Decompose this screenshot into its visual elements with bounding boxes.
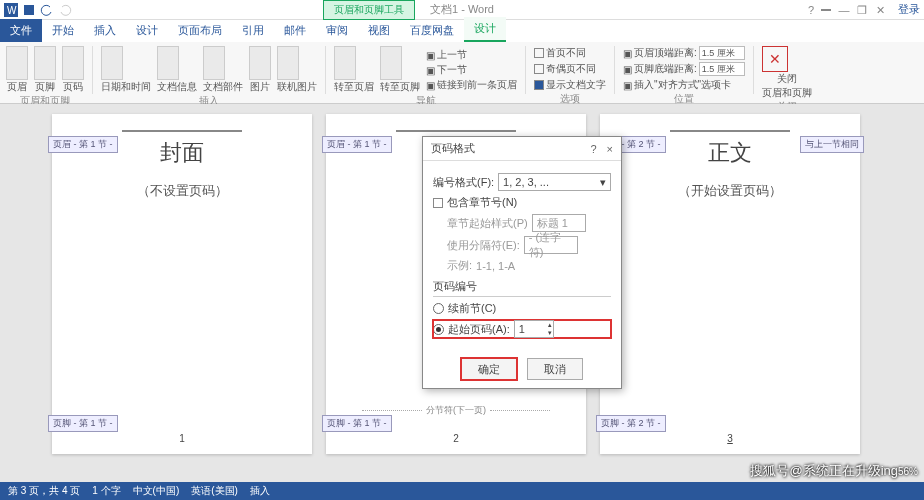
title-bar: W 文档1 - Word ? — ❐ ✕ 登录	[0, 0, 924, 20]
group-close: ✕关闭 页眉和页脚 关闭	[762, 46, 812, 99]
tab-mailings[interactable]: 邮件	[274, 19, 316, 42]
group-position: ▣页眉顶端距离:1.5 厘米 ▣页脚底端距离:1.5 厘米 ▣插入"对齐方式"选…	[623, 46, 745, 99]
group-options: 首页不同 奇偶页不同 显示文档文字 选项	[534, 46, 606, 99]
dialog-help-icon[interactable]: ?	[590, 143, 596, 155]
goto-footer-button[interactable]	[380, 46, 402, 80]
link-previous-link[interactable]: ▣链接到前一条页眉	[426, 78, 517, 92]
group-header-footer: 页眉 页脚 页码 页眉和页脚	[6, 46, 84, 99]
continue-previous-radio[interactable]	[433, 303, 444, 314]
header-tag: 页眉 - 第 1 节 -	[322, 136, 392, 153]
svg-rect-3	[821, 9, 831, 11]
group-insert: 日期和时间 文档信息 文档部件 图片 联机图片 插入	[101, 46, 317, 99]
tab-home[interactable]: 开始	[42, 19, 84, 42]
doc-info-button[interactable]	[157, 46, 179, 80]
tab-insert[interactable]: 插入	[84, 19, 126, 42]
online-picture-button[interactable]	[277, 46, 299, 80]
help-icon[interactable]: ?	[808, 4, 814, 16]
goto-header-button[interactable]	[334, 46, 356, 80]
watermark: 搜狐号@系统正在升级ing56%	[750, 462, 918, 480]
footer-tag: 页脚 - 第 2 节 -	[596, 415, 666, 432]
page-1: 页眉 - 第 1 节 - 封面 （不设置页码） 页脚 - 第 1 节 - 1	[52, 114, 312, 454]
dialog-close-icon[interactable]: ×	[607, 143, 613, 155]
minimize-icon[interactable]: —	[838, 4, 850, 16]
restore-icon[interactable]: ❐	[856, 4, 868, 16]
word-icon: W	[4, 3, 18, 17]
tab-references[interactable]: 引用	[232, 19, 274, 42]
contextual-tab-group: 页眉和页脚工具	[323, 0, 415, 20]
ribbon-tabs: 文件 开始 插入 设计 页面布局 引用 邮件 审阅 视图 百度网盘 设计	[0, 20, 924, 42]
quick-parts-button[interactable]	[203, 46, 225, 80]
footer-tag: 页脚 - 第 1 节 -	[322, 415, 392, 432]
tab-design[interactable]: 设计	[126, 19, 168, 42]
tab-view[interactable]: 视图	[358, 19, 400, 42]
start-at-row: 起始页码(A): 1 ▴▾	[433, 320, 611, 338]
page-number-button[interactable]	[62, 46, 84, 80]
include-chapter-checkbox[interactable]	[433, 198, 443, 208]
close-header-footer-button[interactable]: ✕	[762, 46, 788, 72]
insert-align-tab-link[interactable]: ▣插入"对齐方式"选项卡	[623, 78, 745, 92]
ok-button[interactable]: 确定	[461, 358, 517, 380]
separator-select: - (连字符)	[524, 236, 578, 254]
prev-section-link[interactable]: ▣上一节	[426, 48, 517, 62]
svg-text:W: W	[7, 5, 17, 16]
header-button[interactable]	[6, 46, 28, 80]
same-as-previous-tag: 与上一节相同	[800, 136, 864, 153]
start-at-input[interactable]: 1 ▴▾	[514, 320, 554, 338]
tab-review[interactable]: 审阅	[316, 19, 358, 42]
login-link[interactable]: 登录	[898, 2, 920, 17]
save-icon[interactable]	[22, 3, 36, 17]
dialog-title: 页码格式	[431, 141, 475, 156]
svg-rect-2	[24, 5, 34, 15]
tab-baidu[interactable]: 百度网盘	[400, 19, 464, 42]
footer-button[interactable]	[34, 46, 56, 80]
insert-mode[interactable]: 插入	[250, 484, 270, 498]
diff-odd-even-checkbox[interactable]	[534, 64, 544, 74]
next-section-link[interactable]: ▣下一节	[426, 63, 517, 77]
page-number-format-dialog: 页码格式 ? × 编号格式(F): 1, 2, 3, ...▾ 包含章节号(N)…	[422, 136, 622, 389]
close-icon[interactable]: ✕	[874, 4, 886, 16]
show-doc-text-checkbox[interactable]	[534, 80, 544, 90]
header-top-spinner[interactable]: 1.5 厘米	[699, 46, 745, 60]
start-at-radio[interactable]	[433, 324, 444, 335]
tab-header-footer-design[interactable]: 设计	[464, 17, 506, 42]
date-time-button[interactable]	[101, 46, 123, 80]
status-bar: 第 3 页，共 4 页 1 个字 中文(中国) 英语(美国) 插入	[0, 482, 924, 500]
header-tag: 页眉 - 第 1 节 -	[48, 136, 118, 153]
page-3: 页眉 - 第 2 节 - 与上一节相同 正文 （开始设置页码） 页脚 - 第 2…	[600, 114, 860, 454]
page-count[interactable]: 第 3 页，共 4 页	[8, 484, 80, 498]
footer-bottom-spinner[interactable]: 1.5 厘米	[699, 62, 745, 76]
language-1[interactable]: 中文(中国)	[133, 484, 180, 498]
redo-icon[interactable]	[58, 3, 72, 17]
quick-access-toolbar: W	[4, 3, 72, 17]
footer-tag: 页脚 - 第 1 节 -	[48, 415, 118, 432]
number-format-select[interactable]: 1, 2, 3, ...▾	[498, 173, 611, 191]
diff-first-checkbox[interactable]	[534, 48, 544, 58]
word-count[interactable]: 1 个字	[92, 484, 120, 498]
chevron-down-icon: ▾	[600, 176, 606, 189]
window-title: 文档1 - Word	[430, 2, 494, 17]
tab-layout[interactable]: 页面布局	[168, 19, 232, 42]
language-2[interactable]: 英语(美国)	[191, 484, 238, 498]
picture-button[interactable]	[249, 46, 271, 80]
ribbon: 页眉 页脚 页码 页眉和页脚 日期和时间 文档信息 文档部件 图片 联机图片 插…	[0, 42, 924, 104]
cancel-button[interactable]: 取消	[527, 358, 583, 380]
group-navigation: 转至页眉 转至页脚 ▣上一节 ▣下一节 ▣链接到前一条页眉 导航	[334, 46, 517, 99]
undo-icon[interactable]	[40, 3, 54, 17]
ribbon-options-icon[interactable]	[820, 4, 832, 16]
spinner-icon[interactable]: ▴▾	[548, 321, 552, 337]
tab-file[interactable]: 文件	[0, 19, 42, 42]
